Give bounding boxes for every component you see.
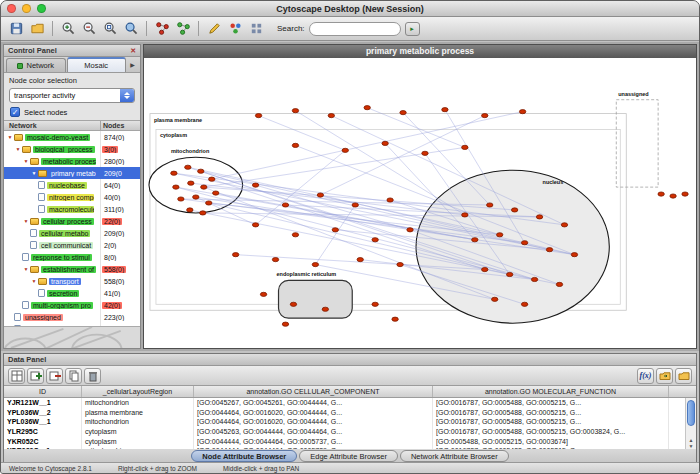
tree-item-nucleobase[interactable]: nucleobase64(0) [4, 179, 140, 191]
scrollbar-thumb[interactable] [687, 400, 695, 426]
network-node[interactable] [357, 258, 363, 262]
network-node[interactable] [290, 302, 296, 306]
network-node[interactable] [187, 208, 193, 212]
network-node[interactable] [282, 203, 288, 207]
network-node[interactable] [232, 253, 238, 257]
zoom-fit-button[interactable] [121, 19, 141, 39]
tree-item-unassigned[interactable]: unassigned223(0) [4, 311, 140, 323]
network-node[interactable] [173, 185, 179, 189]
tree-item-cellular-metabo[interactable]: cellular metabo209(0) [4, 227, 140, 239]
table-row[interactable]: YJR121W__1mitochondrion[GO:0045267, GO:0… [4, 398, 696, 408]
scrollbar-arrows-icon[interactable]: ▲▼ [686, 437, 696, 449]
table-row[interactable]: YKR052Ccytoplasm[GO:0044444, GO:0044464,… [4, 437, 696, 447]
expand-arrow-icon[interactable]: ▼ [30, 170, 38, 176]
network-node[interactable] [201, 185, 207, 189]
network-node[interactable] [492, 297, 498, 301]
network-node[interactable] [200, 211, 206, 215]
search-go-button[interactable]: ▸ [405, 22, 420, 36]
network-node[interactable] [272, 258, 278, 262]
copy-attribute-button[interactable] [65, 368, 82, 384]
zoom-in-button[interactable] [58, 19, 78, 39]
network-node[interactable] [561, 223, 567, 227]
network-node[interactable] [342, 148, 348, 152]
open-attribute-file-button[interactable] [675, 368, 692, 384]
table-row[interactable]: YLR295Ccytoplasm[GO:0045263, GO:0044444,… [4, 427, 696, 437]
network-node[interactable] [521, 302, 527, 306]
network-node[interactable] [462, 213, 468, 217]
network-node[interactable] [407, 228, 413, 232]
tree-item-transport[interactable]: ▼transport558(0) [4, 275, 140, 287]
network-node[interactable] [511, 208, 517, 212]
network-node[interactable] [206, 201, 212, 205]
tree-item-macromolecule[interactable]: macromolecule311(0) [4, 203, 140, 215]
layout-button[interactable] [246, 19, 266, 39]
network-node[interactable] [400, 111, 406, 115]
tree-item-mosaic-demo-yeast[interactable]: ▼mosaic-demo-yeast874(0) [4, 131, 140, 143]
network-node[interactable] [462, 145, 468, 149]
network-node[interactable] [519, 110, 525, 114]
network-node[interactable] [252, 183, 258, 187]
table-scrollbar[interactable]: ▲▼ [685, 398, 696, 449]
table-row[interactable]: YDR039C__1mitochondrion[GO:0044444, GO:0… [4, 446, 696, 449]
close-panel-icon[interactable]: ✕ [130, 47, 136, 55]
expand-arrow-icon[interactable]: ▼ [22, 266, 30, 272]
network-node[interactable] [364, 106, 370, 110]
network-node[interactable] [260, 292, 266, 296]
tree-item-cellular-process[interactable]: ▼cellular process22(0) [4, 215, 140, 227]
tree-item-nitrogen-compo[interactable]: nitrogen compo40(0) [4, 191, 140, 203]
network-node[interactable] [472, 238, 478, 242]
network-node[interactable] [332, 228, 338, 232]
select-nodes-checkbox[interactable]: ✓ [10, 107, 20, 117]
tree-item-response-to-stimul[interactable]: response to stimul8(0) [4, 251, 140, 263]
expand-arrow-icon[interactable]: ▼ [14, 146, 22, 152]
network-node[interactable] [255, 114, 261, 118]
network-node[interactable] [198, 169, 204, 173]
network-node[interactable] [487, 203, 493, 207]
expand-arrow-icon[interactable]: ▼ [6, 134, 14, 140]
expand-arrow-icon[interactable]: ▼ [22, 158, 30, 164]
network-node[interactable] [531, 277, 537, 281]
column-header[interactable]: annotation.GO MOLECULAR_FUNCTION [433, 386, 669, 397]
network-node[interactable] [392, 317, 398, 321]
network-node[interactable] [422, 151, 428, 155]
create-attribute-button[interactable] [27, 368, 44, 384]
network-node[interactable] [213, 191, 219, 195]
network-node[interactable] [185, 165, 191, 169]
network-node[interactable] [282, 322, 288, 326]
network-node[interactable] [312, 262, 318, 266]
color-attribute-dropdown[interactable]: transporter activity [9, 88, 135, 103]
network-node[interactable] [482, 114, 488, 118]
first-neighbors-button[interactable] [152, 19, 172, 39]
tree-item-secretion[interactable]: secretion41(0) [4, 287, 140, 299]
search-input[interactable] [309, 22, 401, 36]
save-session-button[interactable] [6, 19, 26, 39]
network-node[interactable] [571, 253, 577, 257]
tab-mosaic[interactable]: Mosaic [67, 57, 127, 72]
network-node[interactable] [178, 197, 184, 201]
network-node[interactable] [292, 233, 298, 237]
network-node[interactable] [658, 192, 664, 196]
tree-item-multi-organism-pro[interactable]: multi-organism pro42(0) [4, 299, 140, 311]
network-canvas[interactable]: plasma membranecytoplasmmitochondrionnuc… [144, 58, 696, 348]
column-header[interactable]: _cellularLayoutRegion [82, 386, 194, 397]
network-node[interactable] [317, 193, 323, 197]
tree-item-biological-process[interactable]: ▼biological_process3(0) [4, 143, 140, 155]
network-node[interactable] [521, 241, 527, 245]
delete-row-button[interactable] [84, 368, 101, 384]
import-network-button[interactable] [27, 19, 47, 39]
column-header[interactable]: annotation.GO CELLULAR_COMPONENT [194, 386, 433, 397]
network-node[interactable] [322, 307, 328, 311]
network-node[interactable] [372, 238, 378, 242]
network-node[interactable] [506, 272, 512, 276]
network-node[interactable] [387, 198, 393, 202]
network-node[interactable] [397, 262, 403, 266]
network-node[interactable] [252, 223, 258, 227]
network-node[interactable] [546, 248, 552, 252]
network-node[interactable] [209, 177, 215, 181]
network-node[interactable] [670, 194, 676, 198]
vizmapper-button[interactable] [225, 19, 245, 39]
zoom-out-button[interactable] [79, 19, 99, 39]
tree-item-primary-metabo[interactable]: ▼primary metabo209(0 [4, 167, 140, 179]
tab-edge-attribute-browser[interactable]: Edge Attribute Browser [299, 450, 398, 462]
tab-network-attribute-browser[interactable]: Network Attribute Browser [400, 450, 509, 462]
